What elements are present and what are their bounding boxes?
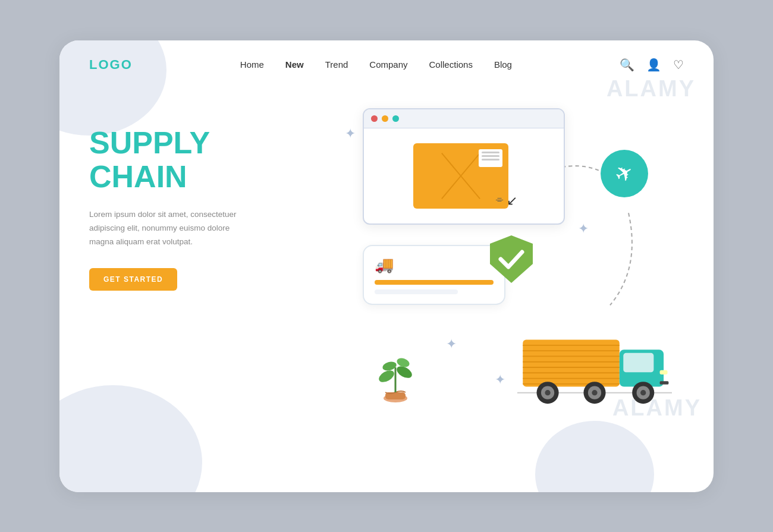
- browser-header: [364, 109, 564, 128]
- search-icon[interactable]: 🔍: [620, 58, 634, 72]
- tracking-card: 🚚: [363, 245, 505, 305]
- left-section: SUPPLY CHAIN Lorem ipsum dolor sit amet,…: [89, 102, 315, 291]
- label-line-1: [482, 152, 499, 153]
- nav-item-collections[interactable]: Collections: [429, 59, 473, 70]
- nav-links: Home New Trend Company Collections Blog: [240, 59, 512, 70]
- headline-line2: CHAIN: [89, 160, 315, 194]
- airplane-icon: ✈: [611, 158, 639, 188]
- browser-body: ⌯ ↙: [364, 128, 564, 223]
- hero-description: Lorem ipsum dolor sit amet, consectetuer…: [89, 208, 256, 249]
- sparkle-3: ✦: [446, 336, 457, 352]
- tracking-bar-short: [375, 289, 458, 294]
- cursor-icon: ↙: [507, 193, 517, 209]
- nav-icons: 🔍 👤 ♡: [620, 58, 684, 72]
- headline-line1: SUPPLY: [89, 126, 315, 160]
- main-content: SUPPLY CHAIN Lorem ipsum dolor sit amet,…: [59, 84, 714, 483]
- fragile-icon: ⌯: [495, 194, 504, 204]
- package-label: [479, 149, 502, 167]
- sparkle-2: ✦: [578, 221, 589, 237]
- svg-rect-29: [660, 370, 668, 374]
- svg-point-7: [395, 356, 410, 369]
- nav-item-new[interactable]: New: [285, 59, 304, 70]
- airplane-circle: ✈: [601, 150, 648, 197]
- label-line-2: [482, 155, 499, 157]
- headline: SUPPLY CHAIN: [89, 126, 315, 194]
- logo[interactable]: LOGO: [89, 57, 133, 73]
- svg-point-25: [592, 390, 597, 395]
- svg-point-28: [640, 390, 646, 395]
- browser-dot-teal: [392, 115, 399, 122]
- user-icon[interactable]: 👤: [646, 58, 661, 72]
- truck-container: [517, 326, 672, 411]
- sparkle-4: ✦: [495, 372, 505, 388]
- tracking-truck-icon: 🚚: [375, 256, 494, 274]
- page-container: alamy alamy LOGO Home New Trend Company …: [59, 40, 714, 492]
- illustration-area: ⌯ ↙ ✦ ✦ ✦ ✦ ✈ 🚚: [315, 102, 684, 459]
- browser-window: ⌯ ↙: [363, 108, 565, 225]
- browser-dot-red: [371, 115, 378, 122]
- plant-container: [375, 350, 416, 405]
- svg-point-22: [545, 390, 550, 395]
- sparkle-1: ✦: [345, 126, 356, 141]
- svg-marker-0: [490, 235, 533, 283]
- svg-rect-8: [523, 339, 620, 386]
- svg-rect-30: [660, 381, 669, 385]
- nav-item-blog[interactable]: Blog: [494, 59, 512, 70]
- nav-item-company[interactable]: Company: [369, 59, 407, 70]
- svg-rect-18: [623, 352, 653, 372]
- package-box: ⌯: [413, 143, 508, 209]
- browser-dot-orange: [382, 115, 388, 122]
- label-line-3: [482, 159, 499, 160]
- tracking-bar-full: [375, 280, 494, 285]
- nav-item-trend[interactable]: Trend: [325, 59, 348, 70]
- get-started-button[interactable]: GET STARTED: [89, 268, 177, 291]
- shield-check: [488, 233, 535, 285]
- heart-icon[interactable]: ♡: [673, 58, 684, 72]
- navbar: LOGO Home New Trend Company Collections …: [59, 40, 714, 84]
- nav-item-home[interactable]: Home: [240, 59, 264, 70]
